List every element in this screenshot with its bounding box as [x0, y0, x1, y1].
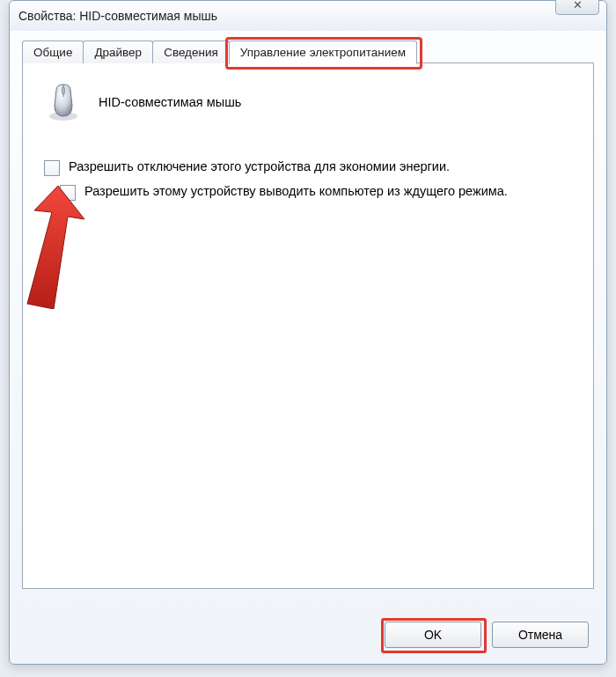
- tab-details[interactable]: Сведения: [152, 40, 230, 63]
- ok-button[interactable]: OK: [385, 622, 481, 648]
- checkbox-label-allow-power-off: Разрешить отключение этого устройства дл…: [69, 158, 450, 176]
- window-title: Свойства: HID-совместимая мышь: [18, 9, 598, 23]
- close-icon: ✕: [573, 0, 583, 11]
- dialog-content: Общие Драйвер Сведения Управление электр…: [10, 31, 606, 602]
- checkbox-row-allow-wake: Разрешить этому устройству выводить комп…: [60, 183, 574, 201]
- tab-driver[interactable]: Драйвер: [83, 40, 153, 63]
- mouse-icon: [42, 81, 84, 123]
- tab-general[interactable]: Общие: [22, 40, 84, 63]
- tab-panel: HID-совместимая мышь Разрешить отключени…: [22, 63, 594, 589]
- tab-strip: Общие Драйвер Сведения Управление электр…: [22, 40, 594, 63]
- tab-power-management[interactable]: Управление электропитанием: [229, 40, 417, 64]
- titlebar[interactable]: Свойства: HID-совместимая мышь ✕: [10, 1, 606, 31]
- checkbox-label-allow-wake: Разрешить этому устройству выводить комп…: [84, 183, 508, 201]
- checkbox-allow-wake[interactable]: [60, 185, 76, 201]
- close-button[interactable]: ✕: [555, 0, 599, 15]
- device-name: HID-совместимая мышь: [99, 95, 241, 109]
- device-header: HID-совместимая мышь: [42, 81, 574, 123]
- checkbox-allow-power-off[interactable]: [44, 160, 60, 176]
- dialog-buttons: OK Отмена: [385, 622, 589, 648]
- cancel-button[interactable]: Отмена: [492, 622, 589, 648]
- checkbox-row-power-off: Разрешить отключение этого устройства дл…: [44, 158, 574, 176]
- properties-dialog: Свойства: HID-совместимая мышь ✕ Общие Д…: [9, 0, 607, 665]
- svg-rect-2: [62, 87, 65, 94]
